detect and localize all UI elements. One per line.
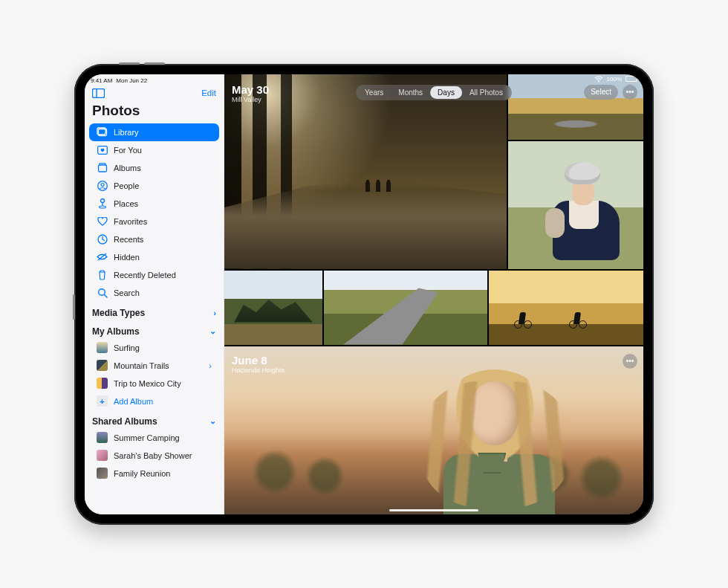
sidebar-item-recents[interactable]: Recents [89, 230, 219, 248]
add-album-label: Add Album [114, 397, 153, 406]
album-label: Trip to Mexico City [114, 379, 181, 388]
sidebar-item-hidden[interactable]: Hidden [89, 248, 219, 266]
shared-baby-shower[interactable]: Sarah's Baby Shower [89, 447, 219, 465]
chevron-down-icon: ⌄ [209, 416, 216, 426]
svg-line-14 [104, 294, 107, 297]
sidebar-item-label: Favorites [114, 217, 147, 226]
heart-icon [97, 216, 108, 227]
power-button[interactable] [73, 294, 75, 320]
trash-icon [97, 269, 108, 280]
page-title: Photos [85, 103, 224, 123]
section-media-types[interactable]: Media Types › [85, 302, 224, 320]
album-thumb-icon [97, 342, 108, 353]
photo-thumb-sunset-riders[interactable] [489, 271, 643, 345]
sidebar-item-search[interactable]: Search [89, 284, 219, 302]
add-album-button[interactable]: + Add Album [89, 392, 219, 410]
sidebar-item-people[interactable]: People [89, 177, 219, 195]
photo-thumb-mountains[interactable] [224, 271, 322, 345]
sidebar-item-places[interactable]: Places [89, 195, 219, 213]
battery-icon [625, 76, 637, 82]
sidebar-item-label: Recents [114, 235, 143, 244]
segment-years[interactable]: Years [357, 86, 391, 99]
wifi-icon [594, 76, 603, 83]
album-label: Sarah's Baby Shower [114, 451, 192, 460]
album-label: Family Reunion [114, 469, 170, 478]
section-label: Shared Albums [92, 416, 157, 427]
sidebar-item-label: Places [114, 199, 138, 208]
content-area: 100% Years Months Days All Photos Select… [224, 74, 643, 514]
sidebar-item-label: Library [114, 128, 139, 137]
status-time: 9:41 AM [91, 77, 112, 84]
album-label: Surfing [114, 343, 140, 352]
album-surfing[interactable]: Surfing [89, 339, 219, 357]
svg-rect-0 [93, 88, 105, 97]
battery-pct: 100% [607, 76, 622, 83]
shared-summer-camping[interactable]: Summer Camping [89, 429, 219, 447]
album-mountain-trails[interactable]: Mountain Trails › [89, 357, 219, 375]
clock-icon [97, 233, 108, 245]
album-thumb-icon [97, 468, 108, 479]
segment-days[interactable]: Days [430, 86, 462, 99]
day2-subtitle: Hacienda Heights [232, 366, 285, 374]
album-thumb-icon [97, 360, 108, 371]
album-label: Summer Camping [114, 433, 180, 442]
photo-hero-day2[interactable]: June 8 Hacienda Heights ••• [224, 346, 643, 514]
sidebar-item-albums[interactable]: Albums [89, 159, 219, 177]
ellipsis-icon: ••• [626, 88, 634, 96]
foryou-icon [97, 144, 108, 155]
album-thumb-icon [97, 450, 108, 461]
sidebar-item-label: Recently Deleted [114, 271, 176, 280]
album-thumb-icon [97, 432, 108, 443]
section-shared-albums[interactable]: Shared Albums ⌄ [85, 410, 224, 429]
status-bar-right: 100% [594, 76, 637, 83]
photo-thumb-cyclist[interactable] [508, 141, 643, 269]
home-indicator[interactable] [389, 509, 478, 511]
album-label: Mountain Trails [114, 361, 169, 370]
shared-family-reunion[interactable]: Family Reunion [89, 465, 219, 482]
status-bar-left: 9:41 AM Mon Jun 22 [85, 77, 224, 87]
photo-hero-day1[interactable]: May 30 Mill Valley [224, 74, 507, 269]
search-icon [97, 287, 108, 298]
sidebar-item-label: Search [114, 288, 140, 297]
sidebar-toggle-icon[interactable] [92, 88, 105, 98]
sidebar-item-recently-deleted[interactable]: Recently Deleted [89, 266, 219, 284]
segment-months[interactable]: Months [391, 86, 430, 99]
sidebar-item-library[interactable]: Library [89, 123, 219, 141]
more-button[interactable]: ••• [623, 85, 637, 100]
day2-more-button[interactable]: ••• [623, 354, 637, 369]
people-icon [97, 180, 108, 191]
section-my-albums[interactable]: My Albums ⌄ [85, 320, 224, 339]
sidebar-item-favorites[interactable]: Favorites [89, 213, 219, 230]
screen: 9:41 AM Mon Jun 22 Edit Photos Library F… [85, 74, 643, 514]
sidebar-item-label: Albums [114, 164, 141, 172]
day1-title: May 30 [232, 83, 269, 96]
chevron-right-icon: › [209, 361, 212, 370]
sidebar-item-label: Hidden [114, 253, 140, 262]
hidden-icon [97, 251, 108, 262]
chevron-right-icon: › [213, 308, 216, 317]
svg-point-8 [100, 199, 104, 203]
photo-thumb-curve[interactable] [324, 271, 487, 345]
section-label: My Albums [92, 326, 140, 337]
sidebar: 9:41 AM Mon Jun 22 Edit Photos Library F… [85, 74, 224, 514]
chevron-down-icon: ⌄ [209, 326, 216, 336]
albums-icon [97, 162, 108, 173]
status-date: Mon Jun 22 [116, 77, 147, 84]
ellipsis-icon: ••• [626, 357, 634, 365]
photo-grid: May 30 Mill Valley [224, 74, 643, 514]
sidebar-item-foryou[interactable]: For You [89, 141, 219, 159]
ipad-frame: 9:41 AM Mon Jun 22 Edit Photos Library F… [74, 64, 654, 525]
select-button[interactable]: Select [584, 85, 618, 100]
edit-button[interactable]: Edit [201, 88, 216, 97]
plus-icon: + [97, 395, 108, 407]
svg-point-7 [101, 183, 104, 186]
sidebar-item-label: People [114, 181, 139, 190]
segment-all-photos[interactable]: All Photos [462, 86, 510, 99]
svg-point-10 [99, 206, 105, 208]
library-icon [97, 126, 108, 138]
top-actions: Select ••• [584, 85, 637, 100]
volume-down-button[interactable] [144, 62, 165, 65]
album-mexico-city[interactable]: Trip to Mexico City [89, 375, 219, 392]
volume-up-button[interactable] [119, 62, 140, 65]
view-segmented-control: Years Months Days All Photos [356, 85, 512, 100]
